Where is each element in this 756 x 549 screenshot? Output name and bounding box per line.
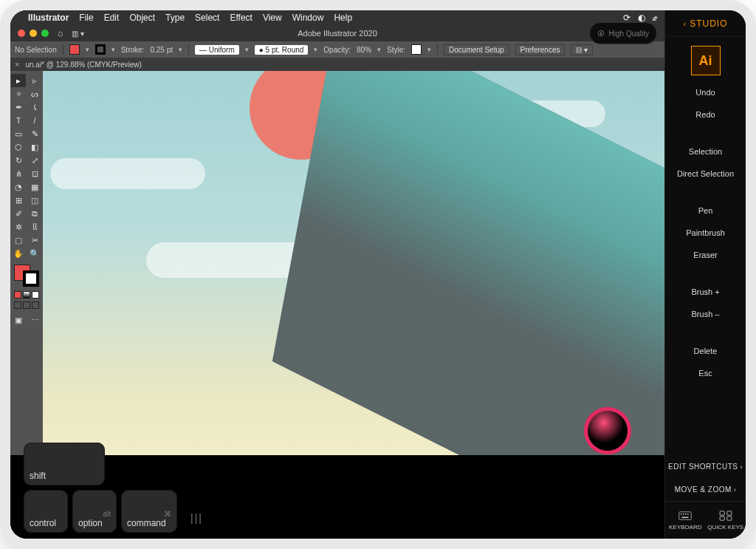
width-tool[interactable]: ⋔	[11, 167, 26, 180]
document-setup-button[interactable]: Document Setup	[444, 44, 509, 55]
stroke-color-swatch[interactable]	[23, 270, 39, 287]
option-key[interactable]: altoption	[72, 490, 117, 533]
fill-stroke-control[interactable]	[14, 265, 39, 287]
svg-rect-6	[720, 511, 724, 514]
menubar-status-icon[interactable]: ⟳	[623, 13, 630, 23]
menu-type[interactable]: Type	[165, 13, 185, 23]
connection-status-chip[interactable]: ⦿ High Quality	[589, 22, 657, 44]
command-key[interactable]: ⌘command	[121, 490, 177, 533]
hand-tool[interactable]: ✋	[11, 247, 26, 260]
magic-wand-tool[interactable]: ✧	[11, 87, 26, 100]
pen-shortcut[interactable]: Pen	[665, 200, 746, 222]
menu-help[interactable]: Help	[334, 13, 352, 23]
studio-header[interactable]: ‹STUDIO	[665, 10, 746, 37]
menu-file[interactable]: File	[79, 13, 93, 23]
shaper-tool[interactable]: ⬡	[11, 140, 26, 154]
scale-tool[interactable]: ⤢	[27, 154, 42, 167]
move-zoom-button[interactable]: MOVE & ZOOM›	[665, 478, 746, 501]
stroke-weight-input[interactable]: 0.25 pt	[150, 46, 173, 54]
blend-tool[interactable]: ⧉	[27, 207, 42, 220]
paintbrush-tool[interactable]: ✎	[27, 127, 42, 140]
perspective-tool[interactable]: ▦	[27, 180, 42, 194]
shift-key[interactable]: shift	[24, 443, 105, 485]
window-minimize-button[interactable]	[30, 30, 37, 37]
canvas[interactable]	[43, 71, 664, 455]
brush-decrease-shortcut[interactable]: Brush –	[665, 303, 746, 325]
eraser-shortcut[interactable]: Eraser	[665, 244, 746, 266]
window-zoom-button[interactable]	[41, 30, 49, 37]
gradient-mode-button[interactable]	[23, 291, 30, 299]
menu-select[interactable]: Select	[195, 13, 219, 23]
none-mode-button[interactable]	[32, 291, 39, 299]
curvature-tool[interactable]: ⤹	[27, 100, 42, 114]
ai-logo-icon: Ai	[691, 46, 721, 75]
esc-shortcut[interactable]: Esc	[665, 362, 746, 384]
opacity-input[interactable]: 80%	[357, 46, 371, 54]
graph-tool[interactable]: 𝗅𝗅	[27, 220, 42, 233]
svg-rect-0	[679, 511, 692, 519]
slice-tool[interactable]: ✂	[27, 233, 42, 247]
menu-view[interactable]: View	[263, 13, 282, 23]
artboard-tool[interactable]: ▢	[11, 233, 26, 247]
direct-selection-tool[interactable]: ▹	[27, 74, 42, 87]
selection-tool[interactable]: ▸	[11, 74, 26, 87]
keyboard-tab[interactable]: KEYBOARD	[665, 502, 706, 539]
modifier-keys-panel[interactable]: shift control altoption ⌘command |||	[24, 443, 203, 533]
menubar-search-icon[interactable]: ⸙	[653, 13, 657, 23]
color-mode-button[interactable]	[14, 291, 21, 299]
stroke-profile-select[interactable]: — Uniform	[195, 45, 239, 55]
menu-edit[interactable]: Edit	[104, 13, 120, 23]
symbol-sprayer-tool[interactable]: ✲	[11, 220, 26, 233]
tab-close-icon[interactable]: ×	[15, 60, 19, 69]
fill-swatch[interactable]	[69, 44, 80, 55]
rotate-tool[interactable]: ↻	[11, 154, 26, 167]
zoom-tool[interactable]: 🔍	[27, 247, 42, 260]
panel-drag-handle[interactable]: |||	[182, 490, 203, 533]
draw-behind-button[interactable]	[23, 301, 30, 309]
redo-button[interactable]: Redo	[665, 103, 746, 126]
mesh-tool[interactable]: ⊞	[11, 194, 26, 207]
menu-object[interactable]: Object	[129, 13, 155, 23]
preferences-button[interactable]: Preferences	[515, 44, 566, 55]
gradient-tool[interactable]: ◫	[27, 194, 42, 207]
menu-window[interactable]: Window	[292, 13, 324, 23]
menubar-clock-icon[interactable]: ◐	[638, 13, 645, 23]
arrange-docs-icon[interactable]: ▥ ▾	[72, 30, 84, 38]
brush-increase-shortcut[interactable]: Brush +	[665, 281, 746, 303]
draw-inside-button[interactable]	[32, 301, 39, 309]
line-tool[interactable]: /	[27, 114, 42, 127]
selection-shortcut[interactable]: Selection	[665, 140, 746, 163]
free-transform-tool[interactable]: ⊡	[27, 167, 42, 180]
edit-toolbar-button[interactable]: ⋯	[27, 313, 42, 327]
stroke-label: Stroke:	[121, 46, 145, 54]
align-button[interactable]: ⊟ ▾	[571, 44, 593, 55]
paintbrush-shortcut[interactable]: Paintbrush	[665, 222, 746, 244]
lasso-tool[interactable]: ᔕ	[27, 87, 42, 100]
app-area: Illustrator File Edit Object Type Select…	[10, 10, 664, 539]
style-swatch[interactable]	[411, 44, 422, 55]
pen-tool[interactable]: ✒	[11, 100, 26, 114]
window-close-button[interactable]	[18, 30, 25, 37]
control-key[interactable]: control	[24, 490, 68, 533]
quick-keys-tab[interactable]: QUICK KEYS	[706, 502, 746, 539]
eyedropper-tool[interactable]: ✐	[11, 207, 26, 220]
eraser-tool[interactable]: ◧	[27, 140, 42, 154]
type-tool[interactable]: T	[11, 114, 26, 127]
rectangle-tool[interactable]: ▭	[11, 127, 26, 140]
menu-effect[interactable]: Effect	[230, 13, 252, 23]
document-tab[interactable]: un.ai* @ 129.88% (CMYK/Preview)	[25, 61, 141, 69]
home-icon[interactable]: ⌂	[58, 28, 63, 38]
stroke-swatch[interactable]	[95, 44, 106, 55]
screen-mode-button[interactable]: ▣	[11, 313, 26, 327]
direct-selection-shortcut[interactable]: Direct Selection	[665, 163, 746, 185]
edit-shortcuts-button[interactable]: EDIT SHORTCUTS›	[665, 455, 746, 478]
shape-builder-tool[interactable]: ◔	[11, 180, 26, 194]
app-menu[interactable]: Illustrator	[28, 13, 69, 23]
cursor-puck[interactable]	[588, 411, 628, 451]
undo-button[interactable]: Undo	[665, 81, 746, 103]
connection-status-label: High Quality	[609, 30, 649, 38]
delete-shortcut[interactable]: Delete	[665, 340, 746, 362]
opacity-label: Opacity:	[323, 46, 351, 54]
brush-select[interactable]: ● 5 pt. Round	[255, 45, 309, 55]
draw-normal-button[interactable]	[14, 301, 21, 309]
